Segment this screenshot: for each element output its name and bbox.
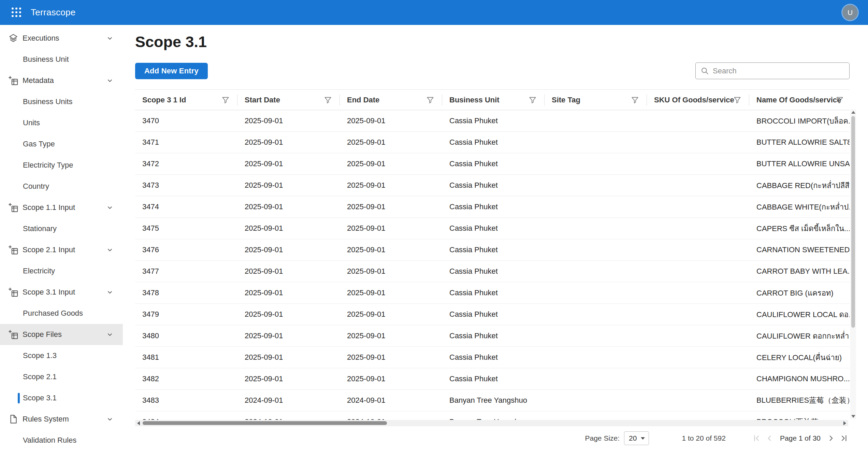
topbar: Terrascope U bbox=[0, 0, 868, 25]
table-cell: 2025-09-01 bbox=[237, 282, 340, 303]
column-header-label: Site Tag bbox=[552, 96, 580, 104]
sidebar-item-business-units[interactable]: Business Units bbox=[0, 91, 123, 112]
table-cell bbox=[647, 153, 749, 174]
table-row[interactable]: 34832024-09-012024-09-01Banyan Tree Yang… bbox=[135, 390, 850, 411]
table-cell: Cassia Phuket bbox=[442, 347, 545, 368]
scroll-up-arrow-icon[interactable] bbox=[850, 109, 856, 115]
table-cell: 2025-09-01 bbox=[237, 368, 340, 389]
search-box[interactable] bbox=[695, 62, 850, 79]
sidebar-item-electricity-type[interactable]: Electricity Type bbox=[0, 155, 123, 176]
table-cell: Cassia Phuket bbox=[442, 218, 545, 239]
user-avatar[interactable]: U bbox=[842, 5, 858, 20]
table-cell: CHAMPIGNON MUSHRO... bbox=[749, 368, 850, 389]
page-size-value: 20 bbox=[629, 434, 637, 442]
table-cell: 2024-09-01 bbox=[237, 390, 340, 411]
sidebar-item-scope-3-1[interactable]: Scope 3.1 bbox=[0, 387, 123, 409]
sidebar-item-gas-type[interactable]: Gas Type bbox=[0, 133, 123, 155]
sidebar-nav: ExecutionsBusiness UnitMetadataBusiness … bbox=[0, 25, 123, 456]
table-cell bbox=[545, 347, 647, 368]
next-page-button[interactable] bbox=[826, 433, 837, 444]
page-size-select[interactable]: 20 bbox=[624, 431, 649, 445]
table-row[interactable]: 34772025-09-012025-09-01Cassia PhuketCAR… bbox=[135, 261, 850, 282]
scroll-left-arrow-icon[interactable] bbox=[135, 420, 142, 426]
table-cell: 2025-09-01 bbox=[237, 110, 340, 131]
table-row[interactable]: 34712025-09-012025-09-01Cassia PhuketBUT… bbox=[135, 132, 850, 153]
add-new-entry-button[interactable]: Add New Entry bbox=[135, 63, 208, 79]
filter-icon[interactable] bbox=[426, 96, 435, 104]
table-row[interactable]: 34762025-09-012025-09-01Cassia PhuketCAR… bbox=[135, 239, 850, 261]
filter-icon[interactable] bbox=[323, 96, 332, 104]
search-input[interactable] bbox=[713, 67, 844, 75]
table-row[interactable]: 34792025-09-012025-09-01Cassia PhuketCAU… bbox=[135, 304, 850, 325]
sidebar-item-business-unit[interactable]: Business Unit bbox=[0, 49, 123, 70]
sidebar-item-country[interactable]: Country bbox=[0, 176, 123, 197]
last-page-button[interactable] bbox=[839, 433, 850, 444]
horizontal-scrollbar-thumb[interactable] bbox=[143, 421, 387, 425]
filter-icon[interactable] bbox=[221, 96, 230, 104]
sidebar-group-rules-system[interactable]: Rules System bbox=[0, 409, 123, 430]
sidebar-item-scope-1-3[interactable]: Scope 1.3 bbox=[0, 345, 123, 366]
table-row[interactable]: 34722025-09-012025-09-01Cassia PhuketBUT… bbox=[135, 153, 850, 175]
table-body: 34702025-09-012025-09-01Cassia PhuketBRO… bbox=[135, 110, 850, 420]
chevron-down-icon bbox=[641, 437, 645, 440]
horizontal-scrollbar-track[interactable] bbox=[142, 420, 841, 426]
table-cell bbox=[545, 411, 647, 420]
sidebar-group-scope-2-1-input[interactable]: Scope 2.1 Input bbox=[0, 239, 123, 260]
sidebar-group-label: Scope 3.1 Input bbox=[23, 288, 75, 297]
table-cell: 2025-09-01 bbox=[340, 175, 442, 196]
sidebar-group-scope-3-1-input[interactable]: Scope 3.1 Input bbox=[0, 282, 123, 303]
scroll-right-arrow-icon[interactable] bbox=[841, 420, 848, 426]
table-row[interactable]: 34782025-09-012025-09-01Cassia PhuketCAR… bbox=[135, 282, 850, 304]
vertical-scrollbar-thumb[interactable] bbox=[851, 116, 855, 328]
app-root: Terrascope U ExecutionsBusiness UnitMeta… bbox=[0, 0, 868, 456]
table-row[interactable]: 34702025-09-012025-09-01Cassia PhuketBRO… bbox=[135, 110, 850, 132]
sidebar-item-electricity[interactable]: Electricity bbox=[0, 260, 123, 282]
sidebar-item-stationary[interactable]: Stationary bbox=[0, 218, 123, 239]
table-cell: 3471 bbox=[135, 132, 237, 153]
chevron-down-icon bbox=[106, 34, 114, 42]
sidebar-item-units[interactable]: Units bbox=[0, 112, 123, 133]
table-row[interactable]: 34732025-09-012025-09-01Cassia PhuketCAB… bbox=[135, 175, 850, 196]
table-cell bbox=[545, 175, 647, 196]
column-header-label: Name Of Goods/service bbox=[756, 96, 841, 104]
table-row[interactable]: 34742025-09-012025-09-01Cassia PhuketCAB… bbox=[135, 196, 850, 218]
table-row[interactable]: 34842024-10-012024-10-01Banyan Tree Yang… bbox=[135, 411, 850, 420]
table-row[interactable]: 34752025-09-012025-09-01Cassia PhuketCAP… bbox=[135, 218, 850, 239]
sidebar-item-purchased-goods[interactable]: Purchased Goods bbox=[0, 303, 123, 324]
table-row[interactable]: 34812025-09-012025-09-01Cassia PhuketCEL… bbox=[135, 347, 850, 368]
column-header-label: SKU Of Goods/service bbox=[654, 96, 734, 104]
sidebar-group-metadata[interactable]: Metadata bbox=[0, 70, 123, 91]
sidebar-group-scope-files[interactable]: Scope Files bbox=[0, 324, 123, 345]
table-cell: CABBAGE RED(กะหล่ำปลีสี... bbox=[749, 175, 850, 196]
column-header-business-unit: Business Unit bbox=[442, 90, 545, 110]
table-cell: 3477 bbox=[135, 261, 237, 282]
table-cell: CARROT BIG (แครอท) bbox=[749, 282, 850, 303]
table-cell: Banyan Tree Yangshuo bbox=[442, 411, 545, 420]
table-cell: 3479 bbox=[135, 304, 237, 325]
table-cell: Cassia Phuket bbox=[442, 239, 545, 260]
table-cell: CAULIFLOWER LOCAL ดอ... bbox=[749, 304, 850, 325]
table-cell bbox=[545, 218, 647, 239]
sidebar-item-validation-rules[interactable]: Validation Rules bbox=[0, 430, 123, 451]
filter-icon[interactable] bbox=[835, 96, 844, 104]
apps-grid-icon[interactable] bbox=[12, 8, 22, 18]
data-table: Scope 3 1 IdStart DateEnd DateBusiness U… bbox=[135, 89, 850, 420]
table-cell: Cassia Phuket bbox=[442, 153, 545, 174]
filter-icon[interactable] bbox=[631, 96, 639, 104]
table-row[interactable]: 34802025-09-012025-09-01Cassia PhuketCAU… bbox=[135, 325, 850, 347]
table-cell bbox=[647, 368, 749, 389]
scroll-down-arrow-icon[interactable] bbox=[850, 413, 856, 419]
filter-icon[interactable] bbox=[528, 96, 537, 104]
first-page-button[interactable] bbox=[751, 433, 762, 444]
sidebar-group-executions[interactable]: Executions bbox=[0, 28, 123, 49]
table-row[interactable]: 34822025-09-012025-09-01Cassia PhuketCHA… bbox=[135, 368, 850, 390]
chevron-right-icon bbox=[827, 434, 836, 443]
sidebar-group-scope-1-1-input[interactable]: Scope 1.1 Input bbox=[0, 197, 123, 218]
horizontal-scrollbar[interactable] bbox=[135, 420, 848, 426]
document-icon bbox=[8, 414, 18, 424]
previous-page-button[interactable] bbox=[764, 433, 775, 444]
filter-icon[interactable] bbox=[733, 96, 742, 104]
sidebar-item-scope-2-1[interactable]: Scope 2.1 bbox=[0, 366, 123, 387]
vertical-scrollbar[interactable] bbox=[850, 109, 856, 419]
table-cell bbox=[647, 110, 749, 131]
